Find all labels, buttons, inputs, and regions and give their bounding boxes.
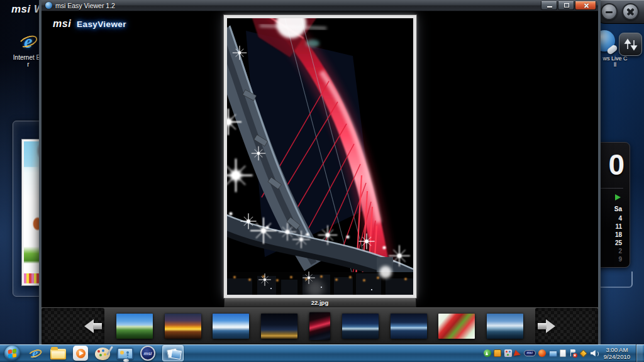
show-desktop-button[interactable] bbox=[636, 344, 643, 362]
clock-date: 9/24/2010 bbox=[604, 353, 630, 360]
calendar-date: 4 bbox=[615, 214, 622, 222]
maximize-button[interactable] bbox=[558, 1, 574, 10]
taskbar: e msi msi 3:00 AM 9/24/2010 bbox=[0, 344, 644, 362]
calendar-dates-column: 411182529 bbox=[615, 214, 622, 263]
calendar-date: 25 bbox=[615, 239, 622, 247]
warning-icon[interactable] bbox=[579, 349, 587, 358]
msi-tray-icon[interactable]: msi bbox=[524, 350, 536, 356]
main-photo[interactable] bbox=[224, 15, 416, 298]
next-arrow-button[interactable] bbox=[536, 319, 558, 333]
security-icon[interactable] bbox=[538, 349, 546, 357]
up-down-arrows-icon bbox=[624, 38, 638, 51]
sync-gadget-icon[interactable] bbox=[619, 33, 642, 56]
easy-viewer-window: msi Easy Viewer 1.2 msi EasyViewer bbox=[39, 0, 601, 347]
thumb-sky-grassland[interactable] bbox=[116, 314, 153, 339]
taskbar-explorer-icon[interactable] bbox=[50, 349, 66, 359]
filmstrip-thumbnails bbox=[104, 308, 535, 344]
calendar-day-number: 0 bbox=[608, 148, 625, 182]
calendar-date: 11 bbox=[615, 222, 622, 231]
calendar-next-arrow-icon[interactable] bbox=[615, 194, 621, 200]
volume-icon[interactable] bbox=[591, 349, 599, 357]
taskbar-easy-viewer-button-active[interactable] bbox=[162, 345, 184, 361]
previous-arrow-button[interactable] bbox=[82, 319, 103, 333]
error-badge bbox=[573, 353, 577, 358]
bridge-photo-art bbox=[227, 18, 413, 295]
thumb-dusk-coast[interactable] bbox=[487, 314, 523, 339]
dock-minimize-button[interactable] bbox=[601, 3, 618, 20]
taskbar-clock[interactable]: 3:00 AM 9/24/2010 bbox=[604, 346, 630, 360]
minimize-button[interactable] bbox=[541, 1, 557, 10]
aero-glass-highlight bbox=[599, 272, 633, 288]
msi-dock-bar bbox=[596, 0, 644, 24]
thumb-bridge-night-current[interactable] bbox=[309, 312, 330, 340]
app-logo: msi EasyViewer bbox=[53, 18, 126, 30]
thumb-harbor-bridge-night[interactable] bbox=[391, 314, 427, 339]
thumb-clouds-lake[interactable] bbox=[213, 314, 249, 339]
filmstrip-left-panel bbox=[42, 308, 104, 344]
clock-time: 3:00 AM bbox=[604, 346, 630, 353]
tray-palette-icon[interactable] bbox=[504, 349, 512, 357]
filmstrip-right-panel bbox=[535, 308, 598, 344]
desktop-screen: msi W e Internet Ex r ws Live C ll 0 Sa … bbox=[0, 0, 644, 362]
filmstrip bbox=[42, 307, 598, 344]
calendar-date-adjacent: 2 bbox=[615, 247, 622, 255]
start-button[interactable] bbox=[4, 346, 20, 361]
display-tray-icon[interactable] bbox=[549, 351, 557, 357]
calendar-weekday-header: Sa bbox=[614, 206, 622, 212]
thumb-city-night[interactable] bbox=[261, 314, 297, 339]
windows-logo-icon bbox=[8, 349, 16, 358]
calendar-date: 18 bbox=[615, 231, 622, 239]
action-center-flag-icon[interactable] bbox=[569, 349, 577, 358]
internet-explorer-icon: e bbox=[17, 30, 40, 53]
tray-app-icon[interactable] bbox=[494, 349, 501, 357]
taskbar-msi-icon[interactable]: msi bbox=[140, 346, 155, 361]
dock-close-button[interactable] bbox=[622, 3, 639, 20]
safely-remove-icon[interactable] bbox=[484, 349, 491, 357]
filename-bar: 22.jpg bbox=[224, 298, 416, 307]
thumb-dusk-sea[interactable] bbox=[342, 314, 379, 339]
taskbar-paint-icon[interactable] bbox=[95, 348, 110, 360]
thumb-sunset[interactable] bbox=[165, 314, 201, 339]
window-app-icon bbox=[45, 2, 52, 9]
windows-live-label: ws Live C ll bbox=[595, 55, 635, 68]
document-tray-icon[interactable] bbox=[560, 349, 566, 357]
system-tray: msi bbox=[484, 349, 599, 358]
viewer-canvas: msi EasyViewer bbox=[42, 11, 598, 344]
close-button[interactable] bbox=[575, 1, 596, 10]
taskbar-media-player-icon[interactable] bbox=[73, 346, 88, 361]
taskbar-control-center-icon[interactable] bbox=[117, 348, 133, 359]
current-filename: 22.jpg bbox=[311, 299, 328, 306]
calendar-date-adjacent: 9 bbox=[615, 255, 622, 263]
window-title: msi Easy Viewer 1.2 bbox=[55, 2, 540, 9]
logo-msi-text: msi bbox=[53, 18, 71, 30]
taskbar-internet-explorer-icon[interactable]: e bbox=[27, 345, 43, 361]
thumb-red-blossoms[interactable] bbox=[438, 314, 475, 339]
logo-easyviewer-text: EasyViewer bbox=[77, 19, 126, 29]
audio-manager-icon[interactable] bbox=[514, 349, 522, 358]
window-titlebar[interactable]: msi Easy Viewer 1.2 bbox=[42, 0, 598, 11]
